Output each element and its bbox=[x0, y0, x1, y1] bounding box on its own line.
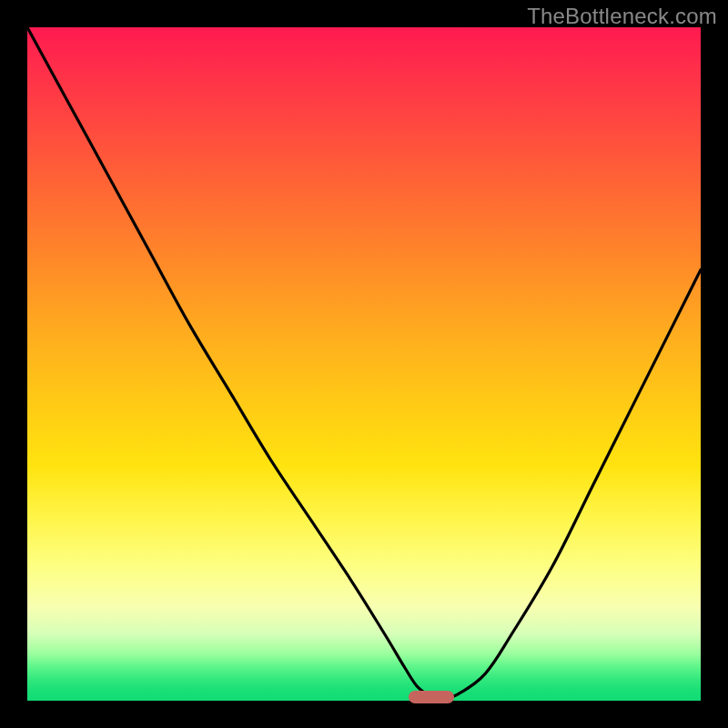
watermark-text: TheBottleneck.com bbox=[527, 4, 717, 29]
bottleneck-curve bbox=[27, 27, 701, 701]
curve-path bbox=[27, 27, 701, 698]
plot-area bbox=[27, 27, 701, 701]
optimum-marker bbox=[409, 691, 454, 703]
chart-frame: TheBottleneck.com bbox=[0, 0, 728, 728]
